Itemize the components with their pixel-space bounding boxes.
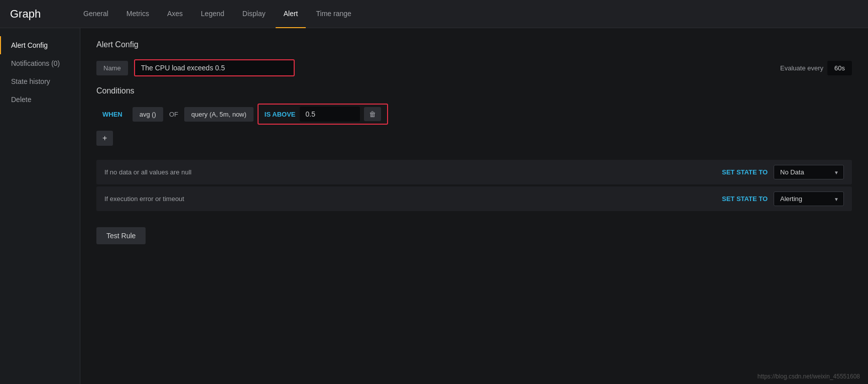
- threshold-input[interactable]: [300, 107, 360, 122]
- avg-pill[interactable]: avg (): [133, 107, 163, 122]
- state-section: If no data or all values are null SET ST…: [96, 160, 852, 211]
- of-label: OF: [167, 107, 180, 122]
- condition-row: WHEN avg () OF query (A, 5m, now) IS ABO…: [96, 104, 852, 125]
- tab-alert[interactable]: Alert: [276, 0, 306, 28]
- name-input[interactable]: [134, 59, 295, 76]
- test-rule-button[interactable]: Test Rule: [96, 227, 146, 244]
- section-title: Alert Config: [96, 40, 852, 49]
- no-data-state-row: If no data or all values are null SET ST…: [96, 160, 852, 184]
- name-row: Name Evaluate every 60s: [96, 59, 852, 76]
- sidebar-item-delete[interactable]: Delete: [0, 90, 80, 109]
- main-layout: Alert Config Notifications (0) State his…: [0, 28, 868, 384]
- add-condition-row: +: [96, 131, 852, 146]
- when-label: WHEN: [96, 107, 129, 122]
- delete-condition-button[interactable]: 🗑: [364, 107, 381, 121]
- name-label: Name: [96, 61, 128, 75]
- query-pill[interactable]: query (A, 5m, now): [184, 107, 254, 122]
- footer-url: https://blog.csdn.net/weixin_45551608: [758, 373, 860, 380]
- no-data-state-select[interactable]: No Data Alerting Keep Last State OK: [774, 165, 844, 179]
- tab-metrics[interactable]: Metrics: [118, 0, 157, 28]
- evaluate-row: Evaluate every 60s: [780, 61, 852, 75]
- no-data-set-state-label: SET STATE TO: [722, 168, 768, 176]
- sidebar-item-notifications[interactable]: Notifications (0): [0, 54, 80, 72]
- tab-axes[interactable]: Axes: [159, 0, 191, 28]
- sidebar-item-state-history[interactable]: State history: [0, 72, 80, 90]
- error-set-state-label: SET STATE TO: [722, 195, 768, 203]
- sidebar: Alert Config Notifications (0) State his…: [0, 28, 80, 384]
- tab-time-range[interactable]: Time range: [308, 0, 359, 28]
- evaluate-label: Evaluate every: [780, 64, 823, 72]
- error-state-row: If execution error or timeout SET STATE …: [96, 186, 852, 211]
- top-header: Graph General Metrics Axes Legend Displa…: [0, 0, 868, 28]
- main-content: Alert Config Name Evaluate every 60s Con…: [80, 28, 868, 384]
- no-data-condition-text: If no data or all values are null: [104, 168, 722, 176]
- app-title: Graph: [10, 8, 60, 21]
- tab-display[interactable]: Display: [234, 0, 274, 28]
- tab-general[interactable]: General: [75, 0, 116, 28]
- conditions-title: Conditions: [96, 86, 852, 95]
- error-condition-text: If execution error or timeout: [104, 195, 722, 203]
- tab-bar: General Metrics Axes Legend Display Aler…: [75, 0, 359, 28]
- is-above-box: IS ABOVE 🗑: [258, 104, 388, 125]
- no-data-select-wrapper: No Data Alerting Keep Last State OK: [774, 165, 844, 179]
- tab-legend[interactable]: Legend: [193, 0, 232, 28]
- sidebar-item-alert-config[interactable]: Alert Config: [0, 36, 80, 54]
- is-above-label: IS ABOVE: [265, 111, 296, 118]
- evaluate-value: 60s: [827, 61, 852, 75]
- error-state-select[interactable]: Alerting No Data Keep Last State OK: [774, 191, 844, 206]
- error-select-wrapper: Alerting No Data Keep Last State OK: [774, 191, 844, 206]
- conditions-section: Conditions WHEN avg () OF query (A, 5m, …: [96, 86, 852, 146]
- add-condition-button[interactable]: +: [96, 131, 113, 146]
